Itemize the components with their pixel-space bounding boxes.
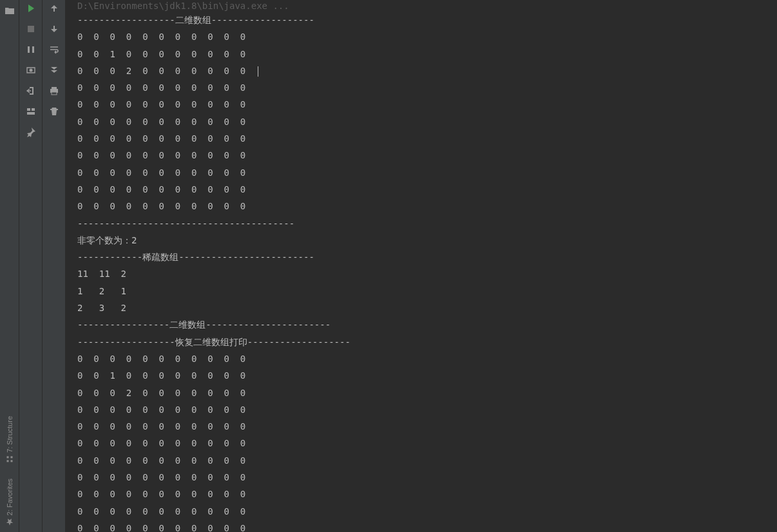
svg-point-9 [29, 69, 32, 72]
run-toolbar-secondary [43, 0, 66, 532]
console-command-header: D:\Environments\jdk1.8\bin\java.exe ... [77, 0, 777, 12]
svg-marker-5 [28, 5, 34, 12]
project-view-icon[interactable] [1, 3, 18, 19]
text-caret [258, 66, 258, 77]
svg-marker-4 [6, 518, 13, 526]
clear-all-button[interactable] [46, 103, 62, 120]
stop-button[interactable] [23, 21, 39, 37]
svg-rect-3 [6, 456, 8, 458]
print-button[interactable] [46, 82, 62, 99]
structure-icon [6, 455, 14, 463]
soft-wrap-button[interactable] [46, 41, 62, 58]
side-tab-favorites[interactable]: 2: Favorites [6, 472, 14, 532]
pin-button[interactable] [23, 124, 39, 140]
scroll-to-end-button[interactable] [46, 62, 62, 79]
svg-rect-13 [53, 8, 55, 12]
side-tab-structure[interactable]: 7: Structure [6, 410, 14, 470]
star-icon [6, 518, 14, 526]
side-tab-favorites-label: 2: Favorites [6, 479, 14, 515]
console-output[interactable]: ------------------二维数组------------------… [77, 12, 777, 532]
svg-rect-10 [27, 108, 30, 111]
layout-button[interactable] [23, 103, 39, 120]
run-button[interactable] [23, 0, 39, 17]
svg-rect-15 [52, 87, 57, 89]
scroll-up-button[interactable] [46, 0, 62, 17]
console-panel: D:\Environments\jdk1.8\bin\java.exe ... … [66, 0, 777, 532]
svg-rect-11 [32, 108, 35, 111]
svg-rect-8 [32, 46, 34, 53]
side-tab-structure-label: 7: Structure [6, 416, 14, 453]
scroll-down-button[interactable] [46, 21, 62, 37]
svg-rect-17 [52, 92, 57, 95]
pause-button[interactable] [23, 41, 39, 58]
exit-button[interactable] [23, 82, 39, 99]
left-side-tab-strip: 7: Structure 2: Favorites [0, 0, 19, 532]
svg-rect-2 [10, 456, 12, 458]
dump-threads-button[interactable] [23, 62, 39, 79]
run-toolbar-primary [19, 0, 43, 532]
svg-rect-7 [28, 46, 30, 53]
svg-rect-12 [27, 112, 35, 115]
svg-rect-1 [6, 460, 8, 462]
svg-rect-6 [28, 26, 34, 32]
svg-rect-0 [10, 460, 12, 462]
